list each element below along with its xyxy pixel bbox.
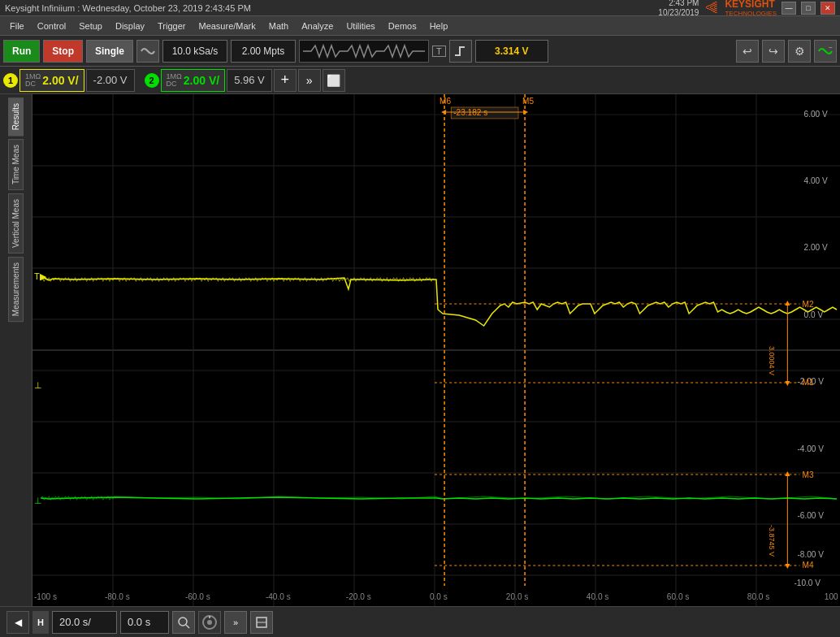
restore-button[interactable]: □ [801, 2, 816, 15]
ch1-badge[interactable]: 1 [3, 73, 18, 88]
left-sidebar: Results Time Meas Vertical Meas Measurem… [0, 94, 32, 606]
knob-icon[interactable] [198, 611, 221, 634]
menu-utilities[interactable]: Utilities [340, 20, 381, 32]
svg-text:-3.8745 V: -3.8745 V [768, 525, 776, 557]
menu-demos[interactable]: Demos [382, 20, 423, 32]
sidebar-tab-results[interactable]: Results [8, 98, 24, 136]
snap-button[interactable] [250, 611, 273, 634]
svg-text:80.0 s: 80.0 s [747, 592, 770, 601]
logo-area: 2:43 PM10/23/2019 ⫷ KEYSIGHT TECHNOLOGIE… [658, 0, 835, 18]
menu-file[interactable]: File [3, 20, 31, 32]
brand-sub: TECHNOLOGIES [725, 10, 777, 17]
svg-text:-60.0 s: -60.0 s [185, 592, 210, 601]
svg-text:-6.00 V: -6.00 V [797, 511, 824, 520]
trigger-label: T [432, 46, 446, 57]
svg-point-71 [179, 618, 187, 626]
waveform-svg: T▶ ⊥ ⊥ ⊥ -100 s -80.0 s -60.0 s -40.0 s … [32, 94, 840, 606]
sidebar-tab-vertical-meas[interactable]: Vertical Meas [8, 193, 24, 254]
menu-bar: File Control Setup Display Trigger Measu… [0, 16, 840, 36]
acq-settings-button[interactable]: ⬜ [323, 69, 345, 92]
channel-header: 1 1MΩDC 2.00 V/ -2.00 V 2 1MΩDC 2.00 V/ … [0, 67, 840, 94]
more-channels-button[interactable]: » [298, 69, 321, 92]
svg-text:3.0004 V: 3.0004 V [768, 346, 776, 375]
ch1-offset[interactable]: -2.00 V [86, 69, 135, 92]
sidebar-tab-time-meas[interactable]: Time Meas [8, 139, 24, 190]
svg-text:40.0 s: 40.0 s [587, 592, 609, 601]
menu-help[interactable]: Help [423, 20, 455, 32]
waveform-preview [299, 40, 429, 63]
svg-text:M1: M1 [803, 378, 814, 387]
title-text: Keysight Infiniium : Wednesday, October … [5, 3, 251, 13]
svg-point-74 [207, 620, 212, 625]
brand-icon: ⫷ [704, 0, 720, 17]
h-label: H [32, 611, 49, 634]
menu-analyze[interactable]: Analyze [295, 20, 340, 32]
svg-text:20.0 s: 20.0 s [506, 592, 529, 601]
nav-left-button[interactable]: ◀ [6, 611, 29, 634]
svg-text:0.0 V: 0.0 V [804, 310, 824, 319]
settings-icon[interactable]: ⚙ [788, 40, 811, 63]
svg-text:M6: M6 [439, 97, 451, 106]
brand-logo: KEYSIGHT TECHNOLOGIES [725, 0, 777, 17]
minimize-button[interactable]: — [782, 2, 796, 15]
undo-icon[interactable]: ↩ [736, 40, 759, 63]
toolbar-right: ↩ ↪ ⚙ ~ [736, 40, 837, 63]
svg-line-72 [186, 625, 189, 628]
ch1-info[interactable]: 1MΩDC 2.00 V/ [19, 69, 84, 92]
time-offset-display[interactable]: 0.0 s [120, 611, 169, 634]
menu-setup[interactable]: Setup [72, 20, 109, 32]
svg-text:-100 s: -100 s [34, 592, 57, 601]
fast-forward-button[interactable]: » [224, 611, 247, 634]
ch1-coupling: 1MΩDC [25, 73, 41, 88]
main-area: Results Time Meas Vertical Meas Measurem… [0, 94, 840, 606]
mem-depth-display[interactable]: 2.00 Mpts [231, 40, 296, 63]
svg-text:~: ~ [829, 44, 833, 51]
ch2-scale: 2.00 V/ [184, 74, 219, 87]
svg-text:⊥: ⊥ [34, 380, 42, 390]
svg-text:4.00 V: 4.00 V [804, 176, 828, 185]
measure-icon[interactable]: ~ [814, 40, 837, 63]
menu-display[interactable]: Display [109, 20, 151, 32]
svg-text:60.0 s: 60.0 s [667, 592, 690, 601]
sample-rate-display[interactable]: 10.0 kSa/s [162, 40, 227, 63]
stop-button[interactable]: Stop [43, 40, 83, 63]
svg-text:-10.0 V: -10.0 V [794, 578, 821, 587]
run-button[interactable]: Run [3, 40, 40, 63]
svg-text:6.00 V: 6.00 V [804, 110, 828, 119]
redo-icon[interactable]: ↪ [762, 40, 785, 63]
svg-text:-40.0 s: -40.0 s [266, 592, 291, 601]
svg-text:M3: M3 [803, 470, 814, 479]
acq-mode-icon[interactable] [136, 40, 159, 63]
single-button[interactable]: Single [86, 40, 133, 63]
menu-trigger[interactable]: Trigger [151, 20, 192, 32]
timebase-display[interactable]: 20.0 s/ [52, 611, 117, 634]
menu-math[interactable]: Math [262, 20, 295, 32]
svg-text:-20.0 s: -20.0 s [346, 592, 371, 601]
svg-text:-4.00 V: -4.00 V [797, 444, 824, 453]
svg-text:M5: M5 [522, 97, 534, 106]
zoom-icon[interactable] [172, 611, 195, 634]
svg-text:0.0 s: 0.0 s [430, 592, 448, 601]
ch2-badge[interactable]: 2 [145, 73, 159, 88]
ch2-info[interactable]: 1MΩDC 2.00 V/ [161, 69, 226, 92]
ch1-scale: 2.00 V/ [42, 74, 78, 87]
svg-text:M2: M2 [803, 300, 814, 309]
svg-text:100 s: 100 s [825, 592, 840, 601]
svg-text:2.00 V: 2.00 V [804, 243, 828, 252]
menu-control[interactable]: Control [31, 20, 72, 32]
bottom-bar: ◀ H 20.0 s/ 0.0 s » [0, 606, 840, 637]
close-button[interactable]: ✕ [821, 2, 835, 15]
add-channel-button[interactable]: + [274, 69, 297, 92]
ch2-coupling: 1MΩDC [167, 73, 182, 88]
ch2-offset[interactable]: 5.96 V [227, 69, 272, 92]
svg-text:-80.0 s: -80.0 s [105, 592, 130, 601]
svg-text:M4: M4 [803, 561, 814, 570]
svg-text:-8.00 V: -8.00 V [797, 550, 824, 559]
trigger-edge-icon[interactable] [449, 40, 472, 63]
datetime-display: 2:43 PM10/23/2019 [658, 0, 699, 18]
menu-measure-mark[interactable]: Measure/Mark [192, 20, 262, 32]
sidebar-tab-measurements[interactable]: Measurements [8, 257, 24, 322]
svg-text:-23.182 s: -23.182 s [453, 108, 487, 117]
plot-area[interactable]: T▶ ⊥ ⊥ ⊥ -100 s -80.0 s -60.0 s -40.0 s … [32, 94, 840, 606]
trigger-level-display[interactable]: 3.314 V [475, 40, 548, 63]
